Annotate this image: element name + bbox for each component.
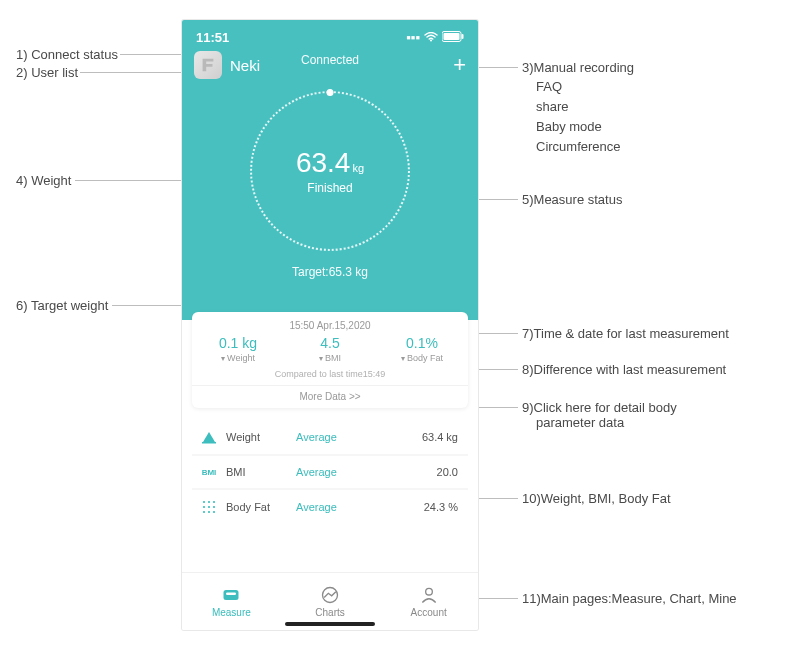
metric-name: Weight (226, 431, 296, 443)
metric-row-bmi[interactable]: BMI BMI Average 20.0 (192, 456, 468, 490)
dial-wrap: 63.4kg Finished (182, 91, 478, 251)
metric-value: 24.3 % (424, 501, 462, 513)
metric-name: Body Fat (226, 501, 296, 513)
annotation-3-line: 3)Manual recording (522, 60, 634, 75)
annotation-4: 4) Weight (16, 173, 71, 188)
avatar[interactable] (194, 51, 222, 79)
svg-rect-4 (202, 442, 216, 444)
weight-icon (198, 430, 220, 444)
metric-row-weight[interactable]: Weight Average 63.4 kg (192, 420, 468, 456)
metric-status: Average (296, 501, 366, 513)
svg-point-7 (213, 501, 215, 503)
measure-status: Finished (307, 181, 352, 195)
svg-point-9 (208, 506, 210, 508)
more-data-button[interactable]: More Data >> (192, 385, 468, 402)
measurement-dial[interactable]: 63.4kg Finished (250, 91, 410, 251)
weight-value: 63.4 (296, 147, 351, 178)
home-indicator (285, 622, 375, 626)
annotation-11: 11)Main pages:Measure, Chart, Mine (522, 591, 737, 606)
diff-weight-val: 0.1 kg (192, 335, 284, 351)
diff-bmi-lbl: BMI (325, 353, 341, 363)
diff-row: 0.1 kg ▾Weight 4.5 ▾BMI 0.1% ▾Body Fat (192, 335, 468, 363)
svg-point-8 (203, 506, 205, 508)
bmi-icon: BMI (198, 468, 220, 477)
svg-point-5 (203, 501, 205, 503)
metric-status: Average (296, 466, 366, 478)
add-button[interactable]: + (453, 55, 466, 75)
connect-status: Connected (301, 53, 359, 67)
tab-measure[interactable]: Measure (182, 573, 281, 630)
metric-row-bodyfat[interactable]: Body Fat Average 24.3 % (192, 490, 468, 524)
annotation-9: 9)Click here for detail body parameter d… (522, 400, 677, 430)
user-name[interactable]: Neki (230, 57, 260, 74)
diff-bodyfat: 0.1% ▾Body Fat (376, 335, 468, 363)
svg-rect-2 (444, 33, 460, 40)
menu-share: share (536, 97, 634, 117)
annotation-3: 3)Manual recording FAQ share Baby mode C… (522, 60, 634, 158)
annotation-1: 1) Connect status (16, 47, 118, 62)
account-icon (419, 585, 439, 605)
annotation-6: 6) Target weight (16, 298, 108, 313)
status-bar: 11:51 ▪▪▪ (182, 28, 478, 45)
tab-label: Account (411, 607, 447, 618)
svg-point-17 (425, 588, 432, 595)
chevron-down-icon: ▾ (221, 354, 225, 363)
diff-bmi: 4.5 ▾BMI (284, 335, 376, 363)
diff-bmi-val: 4.5 (284, 335, 376, 351)
header-row: Neki Connected + (182, 45, 478, 83)
diff-weight: 0.1 kg ▾Weight (192, 335, 284, 363)
comparison-card: 15:50 Apr.15,2020 0.1 kg ▾Weight 4.5 ▾BM… (192, 312, 468, 408)
logo-icon (199, 56, 217, 74)
annotation-9b: parameter data (536, 415, 677, 430)
menu-faq: FAQ (536, 77, 634, 97)
svg-point-11 (203, 511, 205, 513)
compared-text: Compared to last time15:49 (192, 369, 468, 379)
metrics-list: Weight Average 63.4 kg BMI BMI Average 2… (192, 420, 468, 524)
diff-bodyfat-val: 0.1% (376, 335, 468, 351)
metric-value: 63.4 kg (422, 431, 462, 443)
charts-icon (320, 585, 340, 605)
metric-name: BMI (226, 466, 296, 478)
chevron-down-icon: ▾ (319, 354, 323, 363)
tab-label: Measure (212, 607, 251, 618)
weight-display: 63.4kg (296, 147, 364, 179)
svg-point-12 (208, 511, 210, 513)
tab-label: Charts (315, 607, 344, 618)
svg-point-6 (208, 501, 210, 503)
annotation-8: 8)Difference with last measurement (522, 362, 726, 377)
svg-rect-15 (226, 593, 236, 596)
wifi-icon (424, 30, 438, 45)
clock: 11:51 (196, 30, 229, 45)
annotation-7: 7)Time & date for last measurement (522, 326, 729, 341)
annotation-5: 5)Measure status (522, 192, 622, 207)
annotation-9a: 9)Click here for detail body (522, 400, 677, 415)
svg-point-13 (213, 511, 215, 513)
signal-icon: ▪▪▪ (406, 30, 420, 45)
menu-circ: Circumference (536, 137, 634, 157)
tab-account[interactable]: Account (379, 573, 478, 630)
battery-icon (442, 30, 464, 45)
status-icons: ▪▪▪ (406, 30, 464, 45)
annotation-2: 2) User list (16, 65, 78, 80)
last-measurement-time: 15:50 Apr.15,2020 (192, 320, 468, 331)
weight-unit: kg (352, 162, 364, 174)
measure-icon (221, 585, 241, 605)
diff-weight-lbl: Weight (227, 353, 255, 363)
annotation-10: 10)Weight, BMI, Body Fat (522, 491, 671, 506)
svg-point-10 (213, 506, 215, 508)
header-area: 11:51 ▪▪▪ Neki Connected + 63.4kg (182, 20, 478, 320)
menu-baby: Baby mode (536, 117, 634, 137)
metric-value: 20.0 (437, 466, 462, 478)
svg-point-0 (430, 40, 432, 42)
svg-rect-3 (462, 34, 464, 39)
bodyfat-icon (198, 500, 220, 514)
diff-bodyfat-lbl: Body Fat (407, 353, 443, 363)
metric-status: Average (296, 431, 366, 443)
target-weight[interactable]: Target:65.3 kg (182, 265, 478, 279)
phone-frame: 11:51 ▪▪▪ Neki Connected + 63.4kg (182, 20, 478, 630)
chevron-down-icon: ▾ (401, 354, 405, 363)
